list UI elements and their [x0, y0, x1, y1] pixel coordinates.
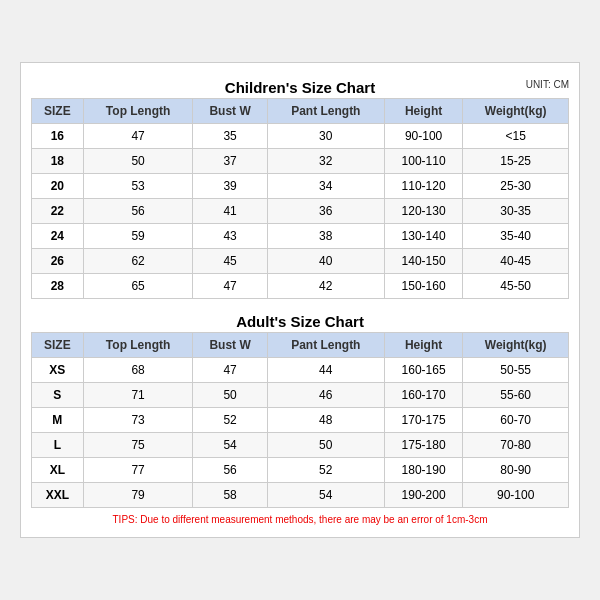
table-cell: 34 [267, 174, 384, 199]
children-title: Children's Size Chart UNIT: CM [31, 73, 569, 98]
table-cell: 26 [32, 249, 84, 274]
table-cell: M [32, 408, 84, 433]
table-cell: 48 [267, 408, 384, 433]
table-cell: 15-25 [463, 149, 569, 174]
col-top-length: Top Length [83, 333, 193, 358]
table-cell: 35 [193, 124, 267, 149]
table-cell: 90-100 [463, 483, 569, 508]
table-cell: 62 [83, 249, 193, 274]
table-cell: 37 [193, 149, 267, 174]
table-cell: 39 [193, 174, 267, 199]
table-cell: 46 [267, 383, 384, 408]
table-cell: 35-40 [463, 224, 569, 249]
table-cell: 24 [32, 224, 84, 249]
table-row: XL775652180-19080-90 [32, 458, 569, 483]
table-cell: 40-45 [463, 249, 569, 274]
table-row: XXL795854190-20090-100 [32, 483, 569, 508]
table-cell: 55-60 [463, 383, 569, 408]
table-row: 22564136120-13030-35 [32, 199, 569, 224]
table-cell: 175-180 [384, 433, 462, 458]
table-cell: XS [32, 358, 84, 383]
table-row: 20533934110-12025-30 [32, 174, 569, 199]
table-cell: 42 [267, 274, 384, 299]
table-cell: 54 [267, 483, 384, 508]
adults-title: Adult's Size Chart [31, 307, 569, 332]
table-cell: 59 [83, 224, 193, 249]
table-cell: 100-110 [384, 149, 462, 174]
table-cell: 16 [32, 124, 84, 149]
table-cell: 56 [83, 199, 193, 224]
table-cell: 77 [83, 458, 193, 483]
table-cell: 130-140 [384, 224, 462, 249]
table-cell: 54 [193, 433, 267, 458]
table-cell: 110-120 [384, 174, 462, 199]
table-cell: 30 [267, 124, 384, 149]
table-cell: 50 [83, 149, 193, 174]
col-pant-length: Pant Length [267, 99, 384, 124]
table-cell: 20 [32, 174, 84, 199]
table-cell: 36 [267, 199, 384, 224]
col-height: Height [384, 333, 462, 358]
table-cell: 120-130 [384, 199, 462, 224]
table-cell: 58 [193, 483, 267, 508]
children-header-row: SIZE Top Length Bust W Pant Length Heigh… [32, 99, 569, 124]
table-cell: 60-70 [463, 408, 569, 433]
table-cell: 50 [267, 433, 384, 458]
table-cell: 18 [32, 149, 84, 174]
children-title-text: Children's Size Chart [225, 79, 375, 96]
table-cell: 40 [267, 249, 384, 274]
table-cell: 170-175 [384, 408, 462, 433]
table-cell: 80-90 [463, 458, 569, 483]
table-cell: 52 [193, 408, 267, 433]
col-size: SIZE [32, 99, 84, 124]
table-cell: 22 [32, 199, 84, 224]
table-cell: <15 [463, 124, 569, 149]
adults-table: SIZE Top Length Bust W Pant Length Heigh… [31, 332, 569, 508]
table-cell: 160-165 [384, 358, 462, 383]
tips-text: TIPS: Due to different measurement metho… [31, 508, 569, 527]
table-cell: 75 [83, 433, 193, 458]
col-top-length: Top Length [83, 99, 193, 124]
table-row: 1647353090-100<15 [32, 124, 569, 149]
table-cell: 45 [193, 249, 267, 274]
table-cell: 71 [83, 383, 193, 408]
table-cell: 38 [267, 224, 384, 249]
table-cell: 25-30 [463, 174, 569, 199]
table-cell: 65 [83, 274, 193, 299]
adults-title-text: Adult's Size Chart [236, 313, 364, 330]
table-cell: 56 [193, 458, 267, 483]
col-height: Height [384, 99, 462, 124]
table-cell: 44 [267, 358, 384, 383]
table-row: 26624540140-15040-45 [32, 249, 569, 274]
col-weight: Weight(kg) [463, 333, 569, 358]
col-bust-w: Bust W [193, 333, 267, 358]
table-cell: 41 [193, 199, 267, 224]
adults-header-row: SIZE Top Length Bust W Pant Length Heigh… [32, 333, 569, 358]
children-table: SIZE Top Length Bust W Pant Length Heigh… [31, 98, 569, 299]
table-cell: 47 [193, 274, 267, 299]
table-cell: 70-80 [463, 433, 569, 458]
table-cell: L [32, 433, 84, 458]
table-cell: S [32, 383, 84, 408]
table-cell: 47 [193, 358, 267, 383]
table-cell: 52 [267, 458, 384, 483]
table-cell: XL [32, 458, 84, 483]
table-cell: 28 [32, 274, 84, 299]
table-row: L755450175-18070-80 [32, 433, 569, 458]
table-cell: 160-170 [384, 383, 462, 408]
table-cell: 90-100 [384, 124, 462, 149]
table-cell: 79 [83, 483, 193, 508]
table-cell: 32 [267, 149, 384, 174]
table-cell: XXL [32, 483, 84, 508]
table-cell: 50 [193, 383, 267, 408]
table-cell: 73 [83, 408, 193, 433]
table-cell: 50-55 [463, 358, 569, 383]
table-row: 18503732100-11015-25 [32, 149, 569, 174]
table-row: S715046160-17055-60 [32, 383, 569, 408]
table-cell: 30-35 [463, 199, 569, 224]
col-pant-length: Pant Length [267, 333, 384, 358]
col-bust-w: Bust W [193, 99, 267, 124]
table-row: 28654742150-16045-50 [32, 274, 569, 299]
table-cell: 47 [83, 124, 193, 149]
table-cell: 43 [193, 224, 267, 249]
